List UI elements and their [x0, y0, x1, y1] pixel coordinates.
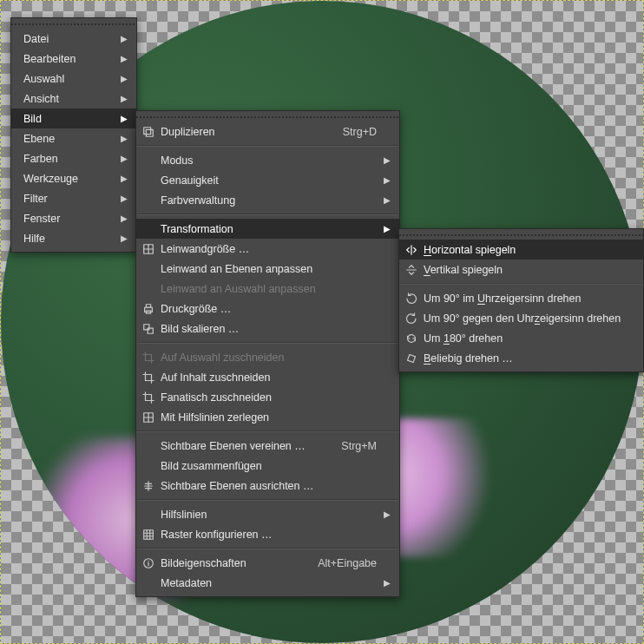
info-icon [141, 556, 155, 570]
menu-item-label: Leinwand an Ebenen anpassen [161, 263, 312, 275]
rotate-free-icon [404, 352, 418, 365]
submenu-arrow-icon: ▶ [382, 155, 391, 165]
submenu-arrow-icon: ▶ [382, 224, 391, 233]
menu-separator [400, 283, 642, 285]
menu-separator [137, 145, 398, 147]
canvas-stage: Datei▶Bearbeiten▶Auswahl▶Ansicht▶Bild▶Eb… [0, 0, 644, 644]
menu-item-label: Auf Auswahl zuschneiden [161, 352, 284, 364]
menu-item-datei[interactable]: Datei▶ [11, 29, 136, 49]
slice-guides-icon [141, 411, 155, 424]
crop-selection-icon [141, 351, 155, 365]
menu-item-label: Ansicht [23, 93, 59, 105]
crop-zealous-icon [141, 391, 155, 404]
svg-rect-0 [144, 127, 151, 134]
menu-item-farben[interactable]: Farben▶ [11, 148, 136, 168]
submenu-arrow-icon: ▶ [119, 54, 128, 63]
submenu-arrow-icon: ▶ [119, 34, 128, 43]
menu-item-bild-zusammenf-gen[interactable]: Bild zusammenfügen [136, 456, 399, 476]
submenu-arrow-icon: ▶ [119, 94, 128, 103]
svg-rect-9 [144, 529, 154, 539]
no-icon [141, 282, 155, 296]
menu-item-auf-auswahl-zuschneiden: Auf Auswahl zuschneiden [136, 347, 399, 367]
menu-item-label: Werkzeuge [23, 173, 78, 185]
menu-item-hilfslinien[interactable]: Hilfslinien▶ [136, 504, 399, 524]
crop-content-icon [141, 371, 155, 384]
menu-tearoff-grip[interactable] [11, 21, 136, 27]
align-layers-icon [141, 479, 155, 493]
menu-item-label: Bild zusammenfügen [161, 460, 262, 472]
menu-item-bildeigenschaften[interactable]: BildeigenschaftenAlt+Eingabe [136, 553, 399, 573]
menu-item-bild[interactable]: Bild▶ [11, 108, 136, 128]
menu-item-um-90-im-uhrzeigersinn-drehen[interactable]: Um 90° im Uhrzeigersinn drehen [399, 288, 643, 308]
submenu-arrow-icon: ▶ [119, 174, 128, 183]
menu-separator [137, 499, 398, 501]
menu-item-accelerator: Alt+Eingabe [297, 557, 377, 569]
menu-item-ebene[interactable]: Ebene▶ [11, 128, 136, 148]
menu-item-druckgr-e[interactable]: Druckgröße … [136, 299, 399, 319]
menu-item-label: Um 90° gegen den Uhrzeigersinn drehen [424, 312, 621, 325]
menu-separator [137, 548, 398, 549]
menu-item-label: Bild skalieren … [161, 323, 239, 335]
menu-item-transformation[interactable]: Transformation▶ [136, 219, 399, 239]
menu-item-accelerator: Strg+D [322, 126, 377, 138]
menu-item-filter[interactable]: Filter▶ [11, 188, 136, 208]
svg-rect-4 [146, 304, 150, 307]
menu-item-fanatisch-zuschneiden[interactable]: Fanatisch zuschneiden [136, 387, 399, 407]
menu-item-label: Leinwand an Auswahl anpassen [161, 283, 316, 295]
grid-icon [141, 528, 155, 542]
menu-item-werkzeuge[interactable]: Werkzeuge▶ [11, 168, 136, 188]
menu-item-beliebig-drehen[interactable]: Beliebig drehen … [399, 348, 643, 368]
submenu-arrow-icon: ▶ [119, 233, 128, 243]
no-icon [141, 576, 155, 590]
menu-item-raster-konfigurieren[interactable]: Raster konfigurieren … [136, 524, 399, 544]
menu-item-label: Filter [23, 193, 48, 205]
menu-item-ansicht[interactable]: Ansicht▶ [11, 89, 136, 108]
menu-item-label: Transformation [161, 223, 233, 235]
menu-item-sichtbare-ebenen-vereinen[interactable]: Sichtbare Ebenen vereinen …Strg+M [136, 436, 399, 456]
menu-item-auf-inhalt-zuschneiden[interactable]: Auf Inhalt zuschneiden [136, 367, 399, 387]
menu-item-label: Druckgröße … [161, 303, 231, 315]
menu-item-fenster[interactable]: Fenster▶ [11, 208, 136, 228]
menu-item-duplizieren[interactable]: DuplizierenStrg+D [136, 122, 399, 141]
menu-item-label: Raster konfigurieren … [161, 529, 273, 541]
svg-rect-1 [146, 129, 153, 136]
menu-item-label: Ebene [23, 133, 55, 145]
menu-item-label: Genauigkeit [161, 174, 219, 187]
submenu-arrow-icon: ▶ [119, 74, 128, 83]
menu-item-label: Sichtbare Ebenen ausrichten … [161, 480, 314, 492]
menu-item-label: Duplizieren [161, 126, 215, 138]
menu-item-modus[interactable]: Modus▶ [136, 150, 399, 170]
submenu-arrow-icon: ▶ [119, 114, 128, 123]
menu-item-auswahl[interactable]: Auswahl▶ [11, 69, 136, 89]
menu-item-leinwand-an-ebenen-anpassen[interactable]: Leinwand an Ebenen anpassen [136, 259, 399, 279]
menu-tearoff-grip[interactable] [136, 114, 399, 120]
menu-item-bearbeiten[interactable]: Bearbeiten▶ [11, 49, 136, 69]
menu-item-bild-skalieren[interactable]: Bild skalieren … [136, 319, 399, 338]
menu-item-metadaten[interactable]: Metadaten▶ [136, 573, 399, 593]
no-icon [141, 194, 155, 207]
menu-item-leinwand-an-auswahl-anpassen: Leinwand an Auswahl anpassen [136, 279, 399, 299]
rotate-180-icon [404, 332, 418, 345]
menu-item-um-180-drehen[interactable]: Um 180° drehen [399, 328, 643, 348]
menu-item-label: Bildeigenschaften [161, 557, 246, 569]
svg-rect-6 [144, 324, 149, 329]
menu-item-label: Auswahl [23, 73, 64, 85]
menu-item-label: Vertikal spiegeln [424, 264, 503, 276]
menu-item-sichtbare-ebenen-ausrichten[interactable]: Sichtbare Ebenen ausrichten … [136, 476, 399, 496]
submenu-arrow-icon: ▶ [382, 195, 391, 205]
menu-item-vertikal-spiegeln[interactable]: Vertikal spiegeln [399, 260, 643, 279]
menu-item-hilfe[interactable]: Hilfe▶ [11, 228, 136, 248]
menu-item-leinwandgr-e[interactable]: Leinwandgröße … [136, 239, 399, 259]
menu-item-farbverwaltung[interactable]: Farbverwaltung▶ [136, 190, 399, 210]
menu-item-genauigkeit[interactable]: Genauigkeit▶ [136, 170, 399, 190]
transformation-submenu: Horizontal spiegelnVertikal spiegelnUm 9… [398, 228, 644, 372]
menu-item-label: Leinwandgröße … [161, 243, 249, 255]
menu-item-mit-hilfslinien-zerlegen[interactable]: Mit Hilfslinien zerlegen [136, 407, 399, 427]
image-submenu: DuplizierenStrg+DModus▶Genauigkeit▶Farbv… [135, 110, 400, 597]
menu-item-label: Farbverwaltung [161, 194, 235, 207]
flip-vertical-icon [404, 263, 418, 277]
no-icon [141, 508, 155, 522]
menu-item-horizontal-spiegeln[interactable]: Horizontal spiegeln [399, 240, 643, 260]
menu-item-um-90-gegen-den-uhrzeigersinn-drehen[interactable]: Um 90° gegen den Uhrzeigersinn drehen [399, 308, 643, 328]
menu-tearoff-grip[interactable] [399, 232, 643, 238]
